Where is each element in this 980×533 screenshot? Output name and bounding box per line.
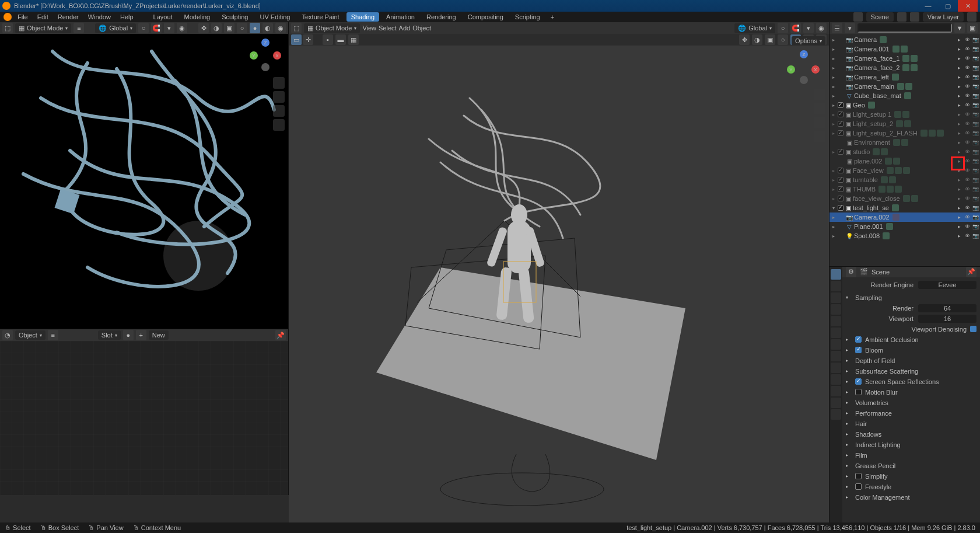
- hide-render-icon[interactable]: 📷: [972, 121, 979, 127]
- shading-solid[interactable]: ●: [250, 23, 260, 33]
- shader-mode[interactable]: Object▾: [15, 330, 46, 340]
- expand-icon[interactable]: ▸: [831, 131, 836, 136]
- data-tag-icon[interactable]: [889, 176, 896, 183]
- snap-button[interactable]: 🧲: [790, 23, 801, 33]
- outliner-row[interactable]: ▸💡Spot.008▸👁📷: [830, 231, 980, 241]
- chevron-right-icon[interactable]: ▸: [846, 452, 852, 458]
- outliner-row[interactable]: ▾▣test_light_se▸👁📷: [830, 203, 980, 212]
- include-checkbox[interactable]: [838, 130, 844, 136]
- menu-select[interactable]: Select: [379, 25, 397, 32]
- item-name[interactable]: Spot.008: [854, 232, 880, 239]
- persp-ortho-button[interactable]: [273, 119, 285, 131]
- tab-uv-editing[interactable]: UV Editing: [255, 12, 295, 22]
- hide-viewport-icon[interactable]: 👁: [964, 55, 971, 61]
- chevron-right-icon[interactable]: ▸: [846, 379, 852, 384]
- editor-type-button[interactable]: ⬚: [2, 23, 13, 33]
- menu-render[interactable]: Render: [54, 13, 82, 20]
- hide-select-icon[interactable]: ▸: [956, 65, 963, 71]
- hide-select-icon[interactable]: ▸: [956, 46, 963, 52]
- hide-viewport-icon[interactable]: 👁: [964, 140, 971, 145]
- item-name[interactable]: Cube_base_mat: [854, 92, 901, 99]
- shading-wire[interactable]: ○: [237, 23, 247, 33]
- chevron-down-icon[interactable]: ▾: [846, 295, 852, 300]
- data-tag-icon[interactable]: [897, 83, 904, 90]
- hide-viewport-icon[interactable]: 👁: [964, 186, 971, 192]
- data-tag-icon[interactable]: [892, 214, 900, 221]
- outliner-row[interactable]: ▸▣Light_setup_2_FLASH▸👁📷: [830, 128, 980, 138]
- hide-select-icon[interactable]: ▸: [956, 224, 963, 229]
- data-tag-icon[interactable]: [911, 64, 918, 71]
- item-name[interactable]: face_view_close: [853, 195, 900, 202]
- hide-viewport-icon[interactable]: 👁: [964, 74, 971, 80]
- hide-render-icon[interactable]: 📷: [972, 55, 979, 61]
- chevron-right-icon[interactable]: ▸: [846, 337, 852, 342]
- data-tag-icon[interactable]: [885, 158, 892, 165]
- viewport-samples-input[interactable]: 16: [918, 315, 977, 323]
- property-section[interactable]: ▸Motion Blur: [846, 387, 977, 398]
- item-name[interactable]: Face_view: [853, 167, 884, 174]
- expand-icon[interactable]: ▸: [831, 215, 836, 220]
- sel-mode-3[interactable]: ▦: [348, 34, 359, 45]
- outliner-row[interactable]: ▸▣THUMB▸👁📷: [830, 184, 980, 194]
- tab-layout[interactable]: Layout: [149, 12, 177, 22]
- outliner-row[interactable]: ▸▣turntable▸👁📷: [830, 175, 980, 184]
- property-section[interactable]: ▸Screen Space Reflections: [846, 377, 977, 387]
- viewport-top-left[interactable]: ⬚ ▦ Object Mode▾ ≡ 🌐 Global▾ ○ 🧲 ▾ ◉ ✥ ◑…: [0, 22, 289, 329]
- item-name[interactable]: Camera: [854, 36, 877, 43]
- viewport-main[interactable]: ⬚ ▦ Object Mode▾ View Select Add Object …: [289, 22, 830, 522]
- data-tag-icon[interactable]: [892, 204, 899, 211]
- search-input[interactable]: [858, 23, 952, 33]
- hide-select-icon[interactable]: ▸: [956, 83, 963, 89]
- hide-viewport-icon[interactable]: 👁: [964, 37, 971, 43]
- hide-render-icon[interactable]: 📷: [972, 168, 979, 173]
- hide-viewport-icon[interactable]: 👁: [964, 177, 971, 183]
- camera-button[interactable]: [814, 117, 825, 128]
- expand-icon[interactable]: ▸: [831, 187, 836, 192]
- property-section[interactable]: ▸Ambient Occlusion: [846, 335, 977, 345]
- data-tag-icon[interactable]: [883, 232, 890, 239]
- data-tag-icon[interactable]: [901, 46, 908, 53]
- tab-compositing[interactable]: Compositing: [463, 12, 508, 22]
- tab-viewlayer[interactable]: [831, 292, 841, 303]
- editor-type-button[interactable]: ◔: [2, 330, 13, 340]
- viewport-bottom-left[interactable]: ◔ Object▾ ≡ Slot▾ ● + New 📌: [0, 329, 289, 495]
- menu-object[interactable]: Object: [412, 25, 431, 32]
- hide-render-icon[interactable]: 📷: [972, 112, 979, 117]
- chevron-right-icon[interactable]: ▸: [846, 421, 852, 426]
- data-tag-icon[interactable]: [892, 74, 899, 81]
- property-section[interactable]: ▸Color Management: [846, 492, 977, 503]
- outliner-row[interactable]: ▸▣Light_setup_2▸👁📷: [830, 119, 980, 128]
- prop-edit-button[interactable]: ◉: [816, 23, 827, 33]
- slot-dropdown[interactable]: Slot▾: [98, 330, 121, 340]
- chevron-right-icon[interactable]: ▸: [846, 473, 852, 479]
- property-section[interactable]: ▸Performance: [846, 408, 977, 419]
- data-tag-icon[interactable]: [886, 223, 893, 230]
- expand-icon[interactable]: ▾: [831, 205, 836, 211]
- outliner-row[interactable]: ▸▣Light_setup 1▸👁📷: [830, 110, 980, 119]
- hide-select-icon[interactable]: ▸: [956, 121, 963, 127]
- item-name[interactable]: Camera_face_1: [854, 55, 900, 62]
- hide-select-icon[interactable]: ▸: [956, 177, 963, 183]
- tab-shading[interactable]: Shading: [346, 12, 379, 22]
- hide-render-icon[interactable]: 📷: [972, 83, 979, 89]
- snap-button[interactable]: 🧲: [151, 23, 162, 33]
- expand-icon[interactable]: ▸: [831, 103, 836, 108]
- shading-rendered[interactable]: ◉: [275, 23, 286, 33]
- section-checkbox[interactable]: [855, 378, 862, 385]
- data-tag-icon[interactable]: [880, 36, 887, 43]
- data-tag-icon[interactable]: [893, 158, 900, 165]
- hide-render-icon[interactable]: 📷: [972, 65, 979, 71]
- hide-viewport-icon[interactable]: 👁: [964, 224, 971, 229]
- tab-object[interactable]: [831, 328, 841, 338]
- data-tag-icon[interactable]: [901, 139, 908, 146]
- item-name[interactable]: plane.002: [854, 158, 882, 165]
- data-tag-icon[interactable]: [911, 195, 918, 202]
- chevron-right-icon[interactable]: ▸: [846, 410, 852, 416]
- viewport-denoising-checkbox[interactable]: [970, 326, 977, 332]
- tab-constraint[interactable]: [831, 374, 841, 385]
- hide-select-icon[interactable]: ▸: [956, 102, 963, 108]
- hide-viewport-icon[interactable]: 👁: [964, 65, 971, 71]
- property-section[interactable]: ▸Shadows: [846, 429, 977, 440]
- editor-type-button[interactable]: ⬚: [291, 23, 302, 33]
- expand-icon[interactable]: ▸: [831, 149, 836, 155]
